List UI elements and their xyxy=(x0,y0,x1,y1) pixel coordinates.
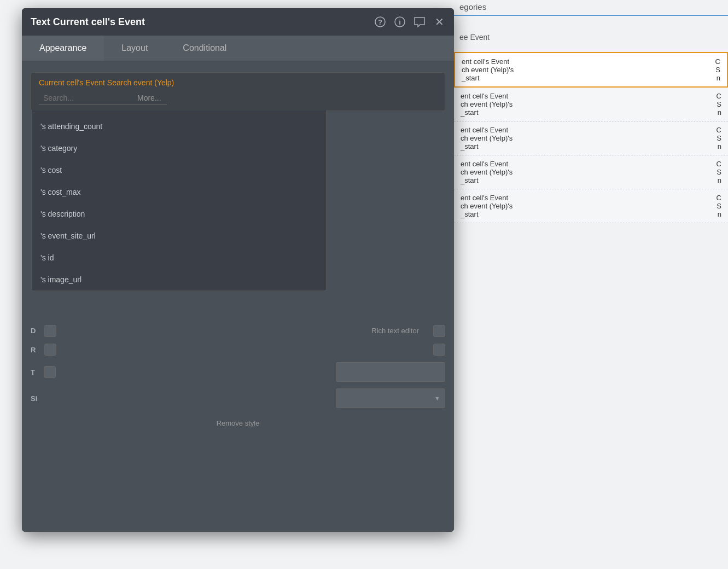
modal-title: Text Current cell's Event xyxy=(31,16,145,28)
modal-dialog: Text Current cell's Event ? i ✕ xyxy=(22,8,454,532)
bg-table-rows: ent cell's Event ch event (Yelp)'s _star… xyxy=(454,52,728,569)
table-row: ent cell's Event ch event (Yelp)'s _star… xyxy=(454,52,728,88)
dropdown-item-attending-count[interactable]: 's attending_count xyxy=(32,115,326,137)
close-icon[interactable]: ✕ xyxy=(433,16,445,28)
modal-header: Text Current cell's Event ? i ✕ xyxy=(22,8,454,36)
expression-label: Current cell's Event Search event (Yelp) xyxy=(39,78,437,87)
expression-row: Current cell's Event Search event (Yelp)… xyxy=(31,72,445,111)
dropdown-item-cost-max[interactable]: 's cost_max xyxy=(32,181,326,203)
form-row-d: D Rich text editor xyxy=(31,324,445,337)
dropdown-item-description[interactable]: 's description xyxy=(32,203,326,225)
checkbox-d[interactable] xyxy=(44,325,56,337)
modal-tabs: Appearance Layout Conditional xyxy=(22,36,454,61)
section-label-si: Si xyxy=(31,394,37,403)
section-label-d: D xyxy=(31,327,36,335)
dropdown-item-image-url[interactable]: 's image_url xyxy=(32,269,326,291)
form-row-r: R xyxy=(31,344,445,356)
remove-style-row: Remove style xyxy=(31,415,445,429)
modal-body: Current cell's Event Search event (Yelp)… xyxy=(22,61,454,532)
search-input[interactable] xyxy=(39,91,132,105)
form-controls: D Rich text editor R T xyxy=(31,324,445,429)
svg-text:i: i xyxy=(399,18,401,26)
form-row-t: T xyxy=(31,362,445,382)
comment-icon[interactable] xyxy=(413,16,426,28)
modal-header-icons: ? i ✕ xyxy=(374,16,445,28)
form-row-si: Si ▼ xyxy=(31,388,445,408)
remove-style-button[interactable]: Remove style xyxy=(212,417,264,429)
more-button[interactable]: More... xyxy=(132,91,167,105)
info-icon[interactable]: i xyxy=(394,16,406,28)
bg-event-label: ee Event xyxy=(459,33,490,42)
svg-text:?: ? xyxy=(378,18,382,26)
section-label-t: T xyxy=(31,368,35,376)
expression-search-row: More... xyxy=(39,91,437,105)
tab-layout[interactable]: Layout xyxy=(104,36,165,61)
color-input-area[interactable] xyxy=(336,362,445,382)
dropdown-item-cost[interactable]: 's cost xyxy=(32,159,326,181)
table-row: ent cell's Event ch event (Yelp)'s _star… xyxy=(454,121,728,155)
chevron-down-icon: ▼ xyxy=(434,395,440,402)
checkbox-t[interactable] xyxy=(44,366,56,378)
dropdown-list: 's attending_count 's category 's cost '… xyxy=(31,111,327,291)
checkbox-r[interactable] xyxy=(44,344,56,356)
table-row: ent cell's Event ch event (Yelp)'s _star… xyxy=(454,189,728,223)
dropdown-item-category[interactable]: 's category xyxy=(32,137,326,159)
size-dropdown[interactable]: ▼ xyxy=(336,388,445,408)
table-row: ent cell's Event ch event (Yelp)'s _star… xyxy=(454,88,728,121)
tab-appearance[interactable]: Appearance xyxy=(22,36,104,61)
table-row: ent cell's Event ch event (Yelp)'s _star… xyxy=(454,155,728,189)
dropdown-item-id[interactable]: 's id xyxy=(32,247,326,269)
dropdown-item-event-site-url[interactable]: 's event_site_url xyxy=(32,225,326,247)
rich-text-editor-button[interactable]: Rich text editor xyxy=(367,324,423,337)
checkbox-d2[interactable] xyxy=(433,325,445,337)
bg-header-text: egories xyxy=(459,2,486,11)
tab-conditional[interactable]: Conditional xyxy=(165,36,244,61)
section-label-r: R xyxy=(31,346,36,354)
checkbox-r2[interactable] xyxy=(433,344,445,356)
help-icon[interactable]: ? xyxy=(374,16,386,28)
